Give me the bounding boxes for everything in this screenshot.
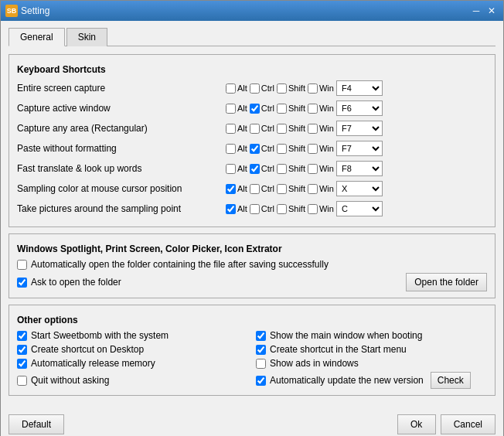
alt-check-2[interactable] [226, 104, 236, 114]
check-button[interactable]: Check [431, 372, 471, 389]
ask-open-check[interactable] [17, 278, 27, 288]
alt-item-4: Alt [226, 144, 247, 154]
win-check-3[interactable] [308, 124, 318, 134]
alt-check-5[interactable] [226, 164, 236, 174]
other-item-auto-update: Automatically update the new version Che… [256, 372, 487, 389]
ok-button[interactable]: Ok [397, 414, 436, 434]
shortcut-row-entire-screen: Entire screen capture Alt Ctrl Shift [17, 80, 487, 97]
alt-check-4[interactable] [226, 144, 236, 154]
app-icon: SB [5, 5, 18, 17]
modifier-group-4: Alt Ctrl Shift Win F7F1 [226, 141, 487, 156]
win-check-4[interactable] [308, 144, 318, 154]
shortcut-row-sampling: Sampling color at mouse cursor position … [17, 180, 487, 197]
auto-open-folder-check[interactable] [17, 260, 27, 270]
ctrl-label-1: Ctrl [261, 83, 274, 93]
window-title: Setting [21, 5, 49, 16]
spotlight-section: Windows Spotlight, Print Screen, Color P… [9, 233, 495, 298]
tab-skin[interactable]: Skin [66, 28, 107, 46]
ctrl-check-5[interactable] [250, 164, 260, 174]
ctrl-check-3[interactable] [250, 124, 260, 134]
ctrl-check-2[interactable] [250, 104, 260, 114]
shift-item-1: Shift [277, 83, 305, 94]
alt-label-2: Alt [237, 104, 247, 113]
shift-check-1[interactable] [277, 83, 287, 94]
alt-check-1[interactable] [226, 83, 236, 94]
win-check-7[interactable] [308, 204, 318, 214]
key-select-4[interactable]: F7F1 [336, 141, 383, 156]
shift-item-7: Shift [277, 204, 305, 214]
ctrl-item-5: Ctrl [250, 164, 274, 174]
start-menu-label: Create shortcut in the Start menu [270, 344, 407, 355]
win-item-2: Win [308, 104, 334, 114]
key-select-3[interactable]: F7F1 [336, 121, 383, 136]
key-select-1[interactable]: F4F1F2F3 [336, 80, 383, 96]
alt-check-3[interactable] [226, 124, 236, 134]
win-check-6[interactable] [308, 184, 318, 194]
release-memory-check[interactable] [17, 359, 27, 369]
win-item-1: Win [308, 83, 334, 94]
tab-general[interactable]: General [9, 28, 65, 46]
shift-item-5: Shift [277, 164, 305, 174]
shortcut-row-take-pictures: Take pictures around the sampling point … [17, 200, 487, 217]
main-window-label: Show the main window when booting [270, 330, 422, 341]
key-select-7[interactable]: CA [336, 201, 383, 216]
key-select-2[interactable]: F6F1 [336, 100, 383, 116]
ctrl-item-4: Ctrl [250, 144, 274, 154]
ctrl-label-6: Ctrl [261, 184, 274, 193]
other-item-sweetbomb: Start Sweetbomb with the system [17, 330, 248, 341]
win-item-4: Win [308, 144, 334, 154]
shift-check-2[interactable] [277, 104, 287, 114]
alt-check-7[interactable] [226, 204, 236, 214]
show-ads-check[interactable] [256, 359, 266, 369]
shift-label-6: Shift [288, 184, 305, 193]
spotlight-row-1: Automatically open the folder containing… [17, 259, 487, 270]
win-check-1[interactable] [308, 83, 318, 94]
shift-check-5[interactable] [277, 164, 287, 174]
shift-check-3[interactable] [277, 124, 287, 134]
shortcut-label-active-window: Capture active window [17, 103, 226, 114]
ctrl-check-7[interactable] [250, 204, 260, 214]
other-item-quit: Quit without asking [17, 372, 248, 389]
alt-item-1: Alt [226, 83, 247, 94]
modifier-group-7: Alt Ctrl Shift Win CA [226, 201, 487, 216]
quit-check[interactable] [17, 376, 27, 386]
shortcut-row-translate: Fast translate & look up words Alt Ctrl … [17, 160, 487, 177]
modifier-group-1: Alt Ctrl Shift Win F4F1F2 [226, 80, 487, 96]
win-check-2[interactable] [308, 104, 318, 114]
desktop-shortcut-check[interactable] [17, 345, 27, 355]
shortcut-label-entire-screen: Entire screen capture [17, 83, 226, 94]
shift-check-7[interactable] [277, 204, 287, 214]
close-button[interactable]: ✕ [485, 4, 499, 18]
open-folder-button[interactable]: Open the folder [406, 273, 487, 291]
shift-check-4[interactable] [277, 144, 287, 154]
main-window-check[interactable] [256, 331, 266, 341]
win-check-5[interactable] [308, 164, 318, 174]
alt-item-3: Alt [226, 124, 247, 134]
other-item-release-memory: Automatically release memory [17, 358, 248, 369]
shortcut-label-take-pictures: Take pictures around the sampling point [17, 203, 226, 214]
ctrl-label-2: Ctrl [261, 104, 274, 113]
ctrl-item-2: Ctrl [250, 104, 274, 114]
alt-label-4: Alt [237, 144, 247, 153]
minimize-button[interactable]: ─ [469, 4, 483, 18]
sweetbomb-check[interactable] [17, 331, 27, 341]
start-menu-check[interactable] [256, 345, 266, 355]
alt-check-6[interactable] [226, 184, 236, 194]
main-content: General Skin Keyboard Shortcuts Entire s… [1, 21, 503, 411]
cancel-button[interactable]: Cancel [441, 414, 495, 434]
key-select-5[interactable]: F8F1 [336, 161, 383, 176]
ctrl-check-1[interactable] [250, 83, 260, 94]
key-select-6[interactable]: XA [336, 181, 383, 196]
win-label-1: Win [319, 83, 334, 93]
shift-check-6[interactable] [277, 184, 287, 194]
release-memory-label: Automatically release memory [31, 358, 155, 369]
win-item-7: Win [308, 204, 334, 214]
other-item-desktop-shortcut: Create shortcut on Desktop [17, 344, 248, 355]
shortcut-row-paste: Paste without formatting Alt Ctrl Shift [17, 140, 487, 157]
ctrl-check-6[interactable] [250, 184, 260, 194]
default-button[interactable]: Default [9, 414, 64, 434]
auto-update-check[interactable] [256, 376, 266, 386]
alt-label-7: Alt [237, 204, 247, 213]
shift-item-4: Shift [277, 144, 305, 154]
ctrl-check-4[interactable] [250, 144, 260, 154]
